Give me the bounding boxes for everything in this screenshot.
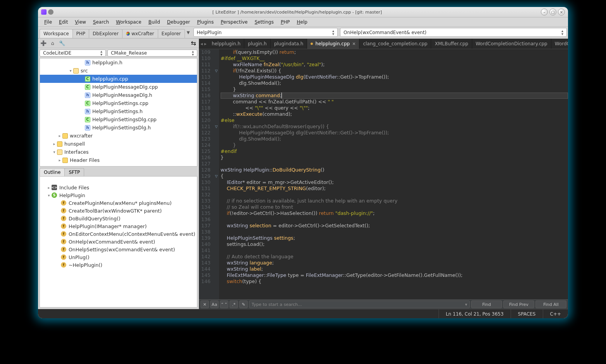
menu-search[interactable]: Search — [90, 18, 112, 26]
tree-item[interactable]: ▾Interfaces — [40, 148, 197, 156]
find-highlight-button[interactable]: ✎ — [239, 300, 248, 308]
add-icon[interactable]: ➕ — [40, 40, 47, 46]
menu-file[interactable]: File — [41, 18, 55, 26]
menu-php[interactable]: PHP — [278, 18, 293, 26]
outline-item[interactable]: DoBuildQueryString() — [40, 215, 197, 222]
sidebar: ➕ ⌂ 🔧 ⇆ CodeLiteIDE ▴▾ CMake_Release ▴▾ … — [38, 39, 199, 309]
workspace-tabs-more[interactable]: ▾ — [185, 27, 192, 38]
tree-item[interactable]: HelpPluginSettingsDlg.cpp — [40, 115, 197, 124]
tree-item[interactable]: ▸wxcrafter — [40, 132, 197, 140]
workspace-select-value: CodeLiteIDE — [43, 50, 71, 56]
close-button[interactable]: × — [558, 9, 565, 15]
maximize-button[interactable]: ▢ — [549, 9, 556, 15]
tree-item[interactable]: helpplugin.cpp — [40, 75, 197, 83]
status-language[interactable]: C++ — [543, 309, 568, 318]
status-position: Ln 116, Col 21, Pos 3653 — [439, 309, 511, 318]
outline-item[interactable]: UnPlug() — [40, 253, 197, 261]
find-all-button[interactable]: Find All — [535, 300, 566, 308]
outline-item[interactable]: CreateToolBar(wxWindowGTK* parent) — [40, 207, 197, 215]
line-gutter[interactable]: 1091101111121131141151161171181191201211… — [199, 49, 214, 299]
outline-item[interactable]: ~HelpPlugin() — [40, 261, 197, 269]
workspace-tree[interactable]: helpplugin.h▾srchelpplugin.cppHelpPlugin… — [40, 58, 197, 167]
window-title: [ LiteEditor ] /home/eran/devl/codelite/… — [54, 10, 541, 15]
tree-item[interactable]: HelpPluginMessageDlg.cpp — [40, 83, 197, 91]
find-case-button[interactable]: Aa — [210, 300, 219, 308]
link-editor-icon[interactable]: ⇆ — [190, 40, 197, 46]
outline-view[interactable]: ▸Include Files▾HelpPluginCreatePluginMen… — [40, 176, 197, 307]
workspace-select[interactable]: CodeLiteIDE ▴▾ — [40, 50, 106, 57]
find-button[interactable]: Find — [471, 300, 502, 308]
sticky-icon — [48, 9, 54, 15]
menu-debugger[interactable]: Debugger — [164, 18, 193, 26]
outline-item[interactable]: OnEditorContextMenu(clContextMenuEvent& … — [40, 230, 197, 238]
file-tab[interactable]: helpplugin.cpp✕ — [307, 39, 359, 49]
workspace-tab-dbexplorer[interactable]: DbExplorer — [89, 29, 123, 38]
tree-item[interactable]: HelpPluginSettings.cpp — [40, 99, 197, 107]
config-select-value: CMake_Release — [111, 50, 147, 56]
outline-tab-sftp[interactable]: SFTP — [64, 168, 84, 176]
sidebar-toolbar: ➕ ⌂ 🔧 ⇆ — [38, 39, 199, 48]
menu-build[interactable]: Build — [145, 18, 163, 26]
file-tab[interactable]: helpplugin.h — [208, 39, 244, 49]
tree-item[interactable]: HelpPluginMessageDlg.h — [40, 91, 197, 99]
symbol-combo[interactable]: OnHelp(wxCommandEvent& event) ▴▾ — [340, 28, 567, 37]
outline-item[interactable]: HelpPlugin(IManager* manager) — [40, 222, 197, 230]
status-bar: Ln 116, Col 21, Pos 3653 SPACES C++ — [38, 309, 568, 318]
tree-item[interactable]: HelpPluginSettings.h — [40, 107, 197, 115]
outline-item[interactable]: ▾HelpPlugin — [40, 191, 197, 199]
workspace-tab-wxcrafter[interactable]: wxCrafter — [122, 29, 158, 38]
tree-item[interactable]: helpplugin.h — [40, 58, 197, 67]
file-tabs: ◂ ▸ helpplugin.hplugin.hplugindata.hhelp… — [199, 39, 568, 49]
tree-item[interactable]: ▸hunspell — [40, 140, 197, 148]
outline-item[interactable]: CreatePluginMenu(wxMenu* pluginsMenu) — [40, 199, 197, 207]
workspace-tab-php[interactable]: PHP — [73, 29, 90, 38]
find-input[interactable]: Type to start a search... ▾ — [249, 300, 470, 308]
menu-view[interactable]: View — [72, 18, 89, 26]
outline-tab-outline[interactable]: Outline — [40, 168, 65, 176]
menu-workspace[interactable]: Workspace — [113, 18, 145, 26]
file-tabs-nav[interactable]: ◂ ▸ — [199, 41, 208, 46]
code-editor[interactable]: if(query.IsEmpty()) return;#ifdef __WXGT… — [219, 49, 568, 299]
tree-item[interactable]: ▸Header Files — [40, 156, 197, 164]
file-tab[interactable]: XMLBuffer.cpp — [431, 39, 472, 49]
outline-item[interactable]: OnHelpSettings(wxCommandEvent& event) — [40, 246, 197, 253]
editor-area: ◂ ▸ helpplugin.hplugin.hplugindata.hhelp… — [199, 39, 568, 309]
outline-item[interactable]: ▸Include Files — [40, 184, 197, 191]
find-regex-button[interactable]: .* — [230, 300, 238, 308]
menu-plugins[interactable]: Plugins — [194, 18, 217, 26]
settings-icon[interactable]: 🔧 — [59, 40, 65, 46]
status-indent[interactable]: SPACES — [511, 309, 543, 318]
tree-item[interactable]: HelpPluginSettingsDlg.h — [40, 124, 197, 132]
file-tab[interactable]: WordCompletionDictionary.cpp — [472, 39, 551, 49]
app-icon — [41, 9, 47, 15]
file-tab[interactable]: plugindata.h — [271, 39, 307, 49]
symbol-combo-value: OnHelp(wxCommandEvent& event) — [344, 30, 426, 35]
find-prev-button[interactable]: Find Prev — [503, 300, 534, 308]
menu-perspective[interactable]: Perspective — [218, 18, 251, 26]
toolbar: WorkspacePHPDbExplorerwxCrafterExplorer … — [38, 27, 568, 38]
titlebar: [ LiteEditor ] /home/eran/devl/codelite/… — [38, 7, 568, 17]
find-bar: ✕ Aa “ ” .* ✎ Type to start a search... … — [199, 299, 568, 309]
outline-item[interactable]: OnHelp(wxCommandEvent& event) — [40, 238, 197, 246]
file-tab[interactable]: WordCompletion — [551, 39, 568, 49]
workspace-tab-explorer[interactable]: Explorer — [158, 29, 185, 38]
tree-item[interactable]: ▾src — [40, 67, 197, 75]
find-close-button[interactable]: ✕ — [200, 300, 209, 308]
menu-edit[interactable]: Edit — [56, 18, 71, 26]
menubar: FileEditViewSearchWorkspaceBuildDebugger… — [38, 17, 568, 27]
fold-column[interactable]: ▽▽▽ — [214, 49, 219, 299]
file-tab[interactable]: clang_code_completion.cpp — [359, 39, 431, 49]
find-word-button[interactable]: “ ” — [220, 300, 228, 308]
project-combo-value: HelpPlugin — [197, 30, 222, 35]
workspace-tab-workspace[interactable]: Workspace — [40, 29, 73, 38]
minimize-button[interactable]: – — [541, 9, 548, 15]
file-tab[interactable]: plugin.h — [244, 39, 271, 49]
menu-help[interactable]: Help — [294, 18, 310, 26]
config-select[interactable]: CMake_Release ▴▾ — [107, 50, 197, 57]
project-combo[interactable]: HelpPlugin ▴▾ — [193, 28, 338, 37]
menu-settings[interactable]: Settings — [252, 18, 277, 26]
home-icon[interactable]: ⌂ — [50, 40, 56, 46]
